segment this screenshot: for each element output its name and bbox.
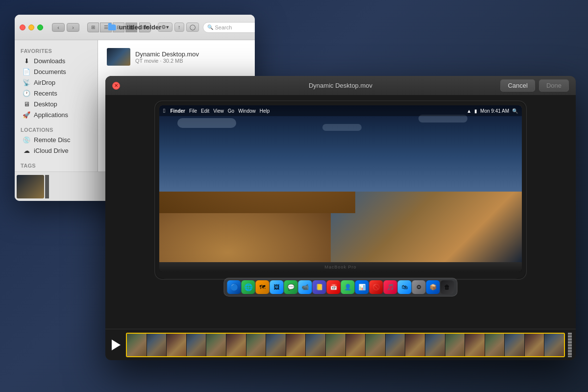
preview-window: ✕ Dynamic Desktop.mov Cancel Done	[105, 76, 576, 360]
dock-folder: 📦	[426, 280, 440, 294]
dune-right	[159, 213, 331, 262]
dock-preferences: ⚙	[412, 280, 426, 294]
filmstrip[interactable]	[126, 333, 565, 357]
menubar-go: Go	[228, 108, 234, 114]
tag-button[interactable]: ◯	[186, 23, 199, 32]
tags-section-label: Tags	[15, 160, 98, 170]
play-button[interactable]	[109, 338, 123, 352]
preview-close-button[interactable]: ✕	[112, 82, 120, 90]
locations-section-label: Locations	[15, 124, 98, 134]
dock-finder: 🔵	[227, 280, 241, 294]
filmstrip-right-handle[interactable]	[568, 333, 572, 357]
film-frame	[127, 334, 147, 356]
wifi-icon: ▲	[466, 108, 471, 114]
clock: Mon 9:41 AM	[480, 108, 509, 114]
window-title: untitled folder	[119, 24, 162, 31]
spotlight-icon: 🔍	[512, 108, 518, 114]
file-meta: QT movie · 30.2 MB	[135, 58, 246, 64]
sidebar-label-recents: Recents	[34, 90, 57, 97]
sidebar-item-remote-disc[interactable]: 💿 Remote Disc	[17, 134, 96, 145]
sidebar-item-airdrop[interactable]: 📡 AirDrop	[17, 77, 96, 88]
cloud-2	[322, 124, 362, 131]
sidebar-item-icloud-drive[interactable]: ☁ iCloud Drive	[17, 145, 96, 156]
film-frame	[544, 334, 564, 356]
sidebar-label-documents: Documents	[34, 68, 66, 75]
film-frame	[346, 334, 366, 356]
view-icon-btn[interactable]: ⊞	[87, 23, 99, 32]
desktop-icon: 🖥	[23, 100, 30, 108]
cloud-1	[177, 118, 236, 128]
airdrop-icon: 📡	[23, 78, 30, 86]
menubar-right: ▲ ▮ Mon 9:41 AM 🔍	[466, 108, 518, 114]
dock-facetime: 📹	[298, 280, 312, 294]
macbook-container:  Finder File Edit View Go Window Help ▲…	[154, 100, 527, 280]
cancel-button[interactable]: Cancel	[500, 79, 535, 92]
film-frame	[505, 334, 524, 356]
film-frame	[266, 334, 286, 356]
folder-icon	[108, 24, 116, 30]
sidebar-label-applications: Applications	[34, 111, 68, 119]
film-frame	[326, 334, 345, 356]
documents-icon: 📄	[23, 68, 30, 75]
menubar-file: File	[189, 108, 197, 114]
applications-icon: 🚀	[23, 111, 30, 119]
forward-button[interactable]: ›	[67, 23, 79, 32]
icloud-icon: ☁	[23, 147, 30, 154]
macbook-screen:  Finder File Edit View Go Window Help ▲…	[159, 105, 522, 272]
menubar-window: Window	[238, 108, 256, 114]
sidebar-item-downloads[interactable]: ⬇ Downloads	[17, 55, 96, 66]
film-frame	[246, 334, 266, 356]
dock-contacts: 👤	[341, 280, 355, 294]
preview-titlebar: ✕ Dynamic Desktop.mov Cancel Done	[105, 76, 576, 96]
close-button[interactable]	[20, 24, 25, 30]
filmstrip-bar	[105, 329, 576, 360]
sidebar-item-documents[interactable]: 📄 Documents	[17, 66, 96, 77]
search-box[interactable]: 🔍 Search	[203, 22, 255, 33]
play-triangle-icon	[112, 340, 121, 350]
finder-nav: ‹ ›	[52, 23, 79, 32]
macbook-bottom: MacBook Pro	[159, 262, 522, 272]
search-placeholder: Search	[215, 24, 232, 30]
file-info: Dynamic Desktop.mov QT movie · 30.2 MB	[135, 50, 246, 64]
film-frame	[465, 334, 485, 356]
preview-actions: Cancel Done	[500, 79, 569, 92]
film-frame	[167, 334, 186, 356]
preview-content:  Finder File Edit View Go Window Help ▲…	[105, 96, 576, 329]
film-frame	[206, 334, 226, 356]
done-button[interactable]: Done	[539, 79, 569, 92]
dock-calendar: 📅	[327, 280, 341, 294]
share-button[interactable]: ↑	[174, 23, 184, 32]
minimize-button[interactable]	[28, 24, 34, 30]
file-item-dynamic-desktop[interactable]: Dynamic Desktop.mov QT movie · 30.2 MB	[103, 45, 250, 69]
sidebar-label-desktop: Desktop	[34, 100, 57, 108]
film-frame	[386, 334, 405, 356]
recents-icon: 🕐	[23, 89, 30, 97]
macbook-frame:  Finder File Edit View Go Window Help ▲…	[154, 100, 527, 280]
film-frame	[485, 334, 505, 356]
dock-appstore: 🛍	[398, 280, 412, 294]
maximize-button[interactable]	[37, 24, 43, 30]
film-frame	[187, 334, 206, 356]
film-frame	[286, 334, 306, 356]
macos-menubar:  Finder File Edit View Go Window Help ▲…	[159, 105, 522, 116]
dock-messages: 💬	[284, 280, 298, 294]
menubar-help: Help	[260, 108, 270, 114]
sidebar-item-applications[interactable]: 🚀 Applications	[17, 109, 96, 120]
back-button[interactable]: ‹	[52, 23, 65, 32]
dock: 🔵 🌐 🗺 🖼 💬 📹 📒 📅 👤 📊 🚫 🎵 🛍 ⚙ 📦 🗑	[224, 278, 458, 296]
dock-safari: 🌐	[242, 280, 255, 294]
dock-trash: 🗑	[441, 280, 454, 294]
sidebar-item-recents[interactable]: 🕐 Recents	[17, 88, 96, 98]
film-frame	[147, 334, 167, 356]
search-icon: 🔍	[207, 24, 213, 30]
macbook-label: MacBook Pro	[324, 265, 356, 270]
dock-photos: 🖼	[270, 280, 284, 294]
film-frame	[525, 334, 544, 356]
sidebar-item-desktop[interactable]: 🖥 Desktop	[17, 98, 96, 109]
traffic-lights	[20, 24, 43, 30]
screen-content:  Finder File Edit View Go Window Help ▲…	[159, 105, 522, 262]
finder-title-area: untitled folder	[108, 24, 162, 31]
film-frame	[366, 334, 385, 356]
dock-numbers: 📊	[355, 280, 369, 294]
dock-maps: 🗺	[256, 280, 270, 294]
